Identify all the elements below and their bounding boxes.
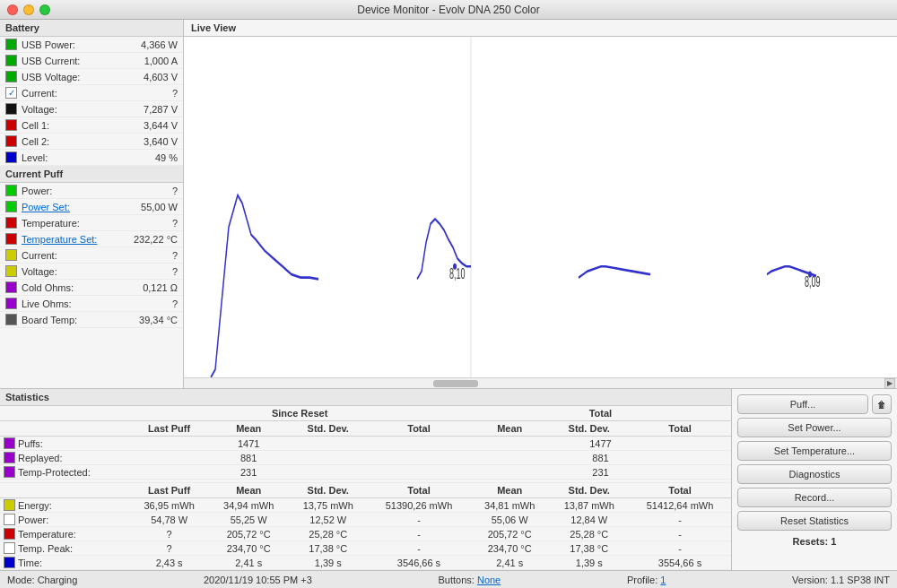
battery-label-7: Level: (22, 152, 124, 163)
puff-value-0: ? (124, 186, 178, 196)
stats-data-row-4: Time:2,43 s2,41 s1,39 s3546,66 s2,41 s1,… (0, 556, 731, 570)
puff-color-8 (5, 314, 17, 325)
puff-row: Puff... 🗑 (737, 394, 892, 414)
puff-label-2: Temperature: (22, 218, 124, 229)
battery-row-6: Cell 2:3,640 V (0, 134, 183, 150)
maximize-button[interactable] (39, 4, 50, 15)
buttons-value[interactable]: None (477, 575, 501, 585)
battery-value-3: ? (124, 88, 178, 99)
stats-count-color-0 (4, 437, 15, 449)
th-total2: Total (629, 421, 731, 437)
statistics-table: Since Reset Total Last Puff Mean Std. De… (0, 406, 731, 570)
stats-data-text-4: Time: (18, 558, 42, 568)
battery-value-2: 4,603 V (124, 72, 178, 82)
stats-data-val-4-0: 2,43 s (129, 556, 209, 570)
stats-data-val-4-2: 1,39 s (288, 556, 368, 570)
set-temperature-button[interactable]: Set Temperature... (737, 441, 892, 461)
stats-data-color-0 (4, 499, 15, 511)
puff-button[interactable]: Puff... (737, 394, 868, 414)
stats-data-val-4-6: 3554,66 s (629, 556, 731, 570)
puff-label-1[interactable]: Power Set: (22, 202, 124, 212)
battery-row-3: ✓Current:? (0, 85, 183, 101)
resets-count: Resets: 1 (737, 534, 892, 549)
bottom-area: Statistics Since Reset Total Last Puff M… (0, 388, 897, 570)
battery-row-7: Level:49 % (0, 150, 183, 166)
puff-color-0 (5, 185, 17, 196)
battery-value-1: 1,000 A (124, 56, 178, 66)
stats-data-row-2: Temperature:?205,72 °C25,28 °C-205,72 °C… (0, 527, 731, 541)
puff-color-6 (5, 281, 17, 293)
puff-row-1: Power Set:55,00 W (0, 199, 183, 215)
stats-data-val-1-3: - (368, 513, 470, 527)
stats-data-val-0-0: 36,95 mWh (129, 498, 209, 513)
stats-data-color-1 (4, 514, 15, 525)
stats-data-val-3-4: 234,70 °C (470, 541, 550, 556)
stats-data-val-0-6: 51412,64 mWh (629, 498, 731, 513)
stats-data-val-1-1: 55,25 W (209, 513, 289, 527)
close-button[interactable] (7, 4, 18, 15)
puff-label-5: Voltage: (22, 266, 124, 277)
stats-data-row-1: Power:54,78 W55,25 W12,52 W-55,06 W12,84… (0, 513, 731, 527)
chart-scroll-right-arrow[interactable]: ▶ (884, 378, 895, 389)
reset-statistics-button[interactable]: Reset Statistics (737, 511, 892, 531)
version-label: Version: 1.1 SP38 INT (792, 575, 890, 585)
stats-data-val-0-3: 51390,26 mWh (368, 498, 470, 513)
battery-row-5: Cell 1:3,644 V (0, 117, 183, 134)
chart-scrollbar[interactable]: ▶ (184, 377, 897, 388)
battery-color-5 (5, 119, 17, 131)
live-view-area: Live View 8,10 (184, 20, 897, 388)
diagnostics-button[interactable]: Diagnostics (737, 464, 892, 484)
record-button[interactable]: Record... (737, 488, 892, 507)
puff-value-3: 232,22 °C (124, 234, 178, 245)
puff-color-3 (5, 233, 17, 245)
puff-label-3[interactable]: Temperature Set: (22, 234, 124, 245)
puff-row-8: Board Temp:39,34 °C (0, 312, 183, 328)
puff-row-6: Cold Ohms:0,121 Ω (0, 280, 183, 296)
th-mean2: Mean (470, 421, 550, 437)
stats-count-row-0: Puffs:14711477 (0, 437, 731, 451)
profile-label: Profile: (627, 575, 658, 585)
battery-label-2: USB Voltage: (22, 72, 124, 82)
chart-scroll-thumb[interactable] (433, 380, 478, 387)
statistics-section-header: Statistics (0, 389, 731, 406)
stats-data-label-0: Energy: (0, 498, 129, 513)
set-power-button[interactable]: Set Power... (737, 418, 892, 437)
profile-value[interactable]: 1 (660, 575, 666, 585)
battery-label-3: Current: (22, 88, 124, 99)
stats-data-val-3-0: ? (129, 541, 209, 556)
stats-data-row-0: Energy:36,95 mWh34,94 mWh13,75 mWh51390,… (0, 498, 731, 513)
stats-data-val-1-2: 12,52 W (288, 513, 368, 527)
battery-row-1: USB Current:1,000 A (0, 53, 183, 69)
puff-label-8: Board Temp: (22, 315, 124, 325)
stats-data-val-2-3: - (368, 527, 470, 541)
stats-data-label-1: Power: (0, 513, 129, 527)
puff-clear-button[interactable]: 🗑 (872, 394, 892, 414)
th-stddev2: Std. Dev. (549, 421, 629, 437)
battery-label-6: Cell 2: (22, 136, 124, 147)
chart-svg: 8,10 8,09 (184, 37, 897, 377)
stats-tbody: Puffs:14711477Replayed:881881Temp-Protec… (0, 437, 731, 570)
svg-rect-0 (184, 37, 897, 377)
svg-point-5 (808, 272, 812, 278)
stats-data-label-4: Time: (0, 556, 129, 570)
stats-count-since-2: 231 (129, 465, 368, 480)
stats-count-total-0: 1477 (470, 437, 731, 451)
battery-value-4: 7,287 V (124, 104, 178, 115)
stats-data-val-2-6: - (629, 527, 731, 541)
th-total1: Total (368, 421, 470, 437)
svg-text:8,10: 8,10 (449, 266, 465, 282)
stats-data-val-3-6: - (629, 541, 731, 556)
svg-point-3 (453, 264, 457, 270)
stats-data-val-1-4: 55,06 W (470, 513, 550, 527)
stats-data-val-1-5: 12,84 W (549, 513, 629, 527)
battery-rows: USB Power:4,366 WUSB Current:1,000 AUSB … (0, 37, 183, 166)
puff-color-7 (5, 298, 17, 309)
stats-data-val-0-1: 34,94 mWh (209, 498, 289, 513)
stats-count-text-0: Puffs: (18, 438, 43, 449)
puff-label-7: Live Ohms: (22, 298, 124, 309)
datetime-label: 2020/11/19 10:55 PM +3 (204, 575, 312, 585)
stats-count-total-1: 881 (470, 451, 731, 465)
minimize-button[interactable] (23, 4, 34, 15)
puff-row-0: Power:? (0, 183, 183, 199)
window-title: Device Monitor - Evolv DNA 250 Color (357, 4, 539, 16)
